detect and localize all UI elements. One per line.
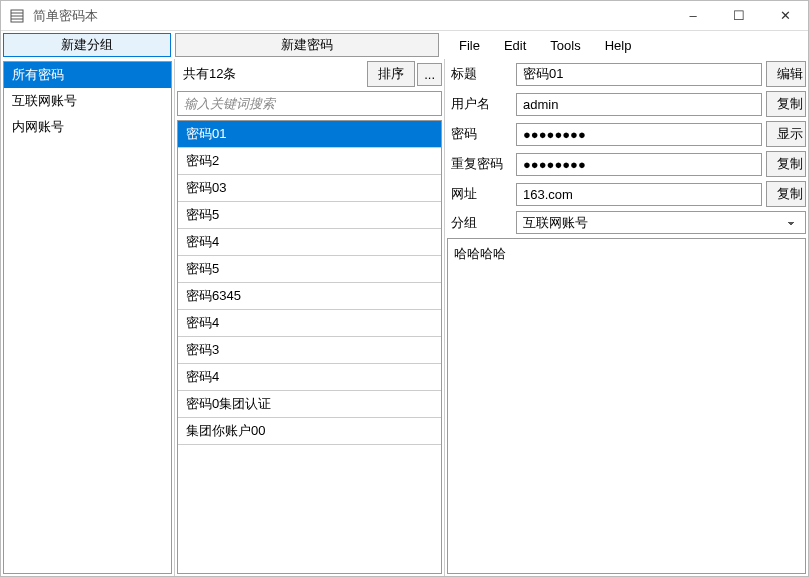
sort-button[interactable]: 排序 xyxy=(367,61,415,87)
edit-button[interactable]: 编辑 xyxy=(766,61,806,87)
notes-area[interactable]: 哈哈哈哈 xyxy=(447,238,806,574)
label-url: 网址 xyxy=(447,185,512,203)
password-item[interactable]: 密码4 xyxy=(178,229,441,256)
search-input[interactable] xyxy=(177,91,442,116)
new-password-button[interactable]: 新建密码 xyxy=(175,33,439,57)
password-item[interactable]: 集团你账户00 xyxy=(178,418,441,445)
main-area: 所有密码互联网账号内网账号 共有12条 排序 ... 密码01密码2密码03密码… xyxy=(1,59,808,576)
password-item[interactable]: 密码3 xyxy=(178,337,441,364)
group-item[interactable]: 互联网账号 xyxy=(4,88,171,114)
row-repeat: 重复密码 复制 xyxy=(447,151,806,177)
maximize-button[interactable]: ☐ xyxy=(716,1,762,31)
copy-url-button[interactable]: 复制 xyxy=(766,181,806,207)
password-item[interactable]: 密码03 xyxy=(178,175,441,202)
app-icon xyxy=(9,8,25,24)
repeat-password-field[interactable] xyxy=(516,153,762,176)
password-item[interactable]: 密码4 xyxy=(178,310,441,337)
search-box xyxy=(177,91,442,116)
row-user: 用户名 复制 xyxy=(447,91,806,117)
group-item[interactable]: 内网账号 xyxy=(4,114,171,140)
copy-password-button[interactable]: 复制 xyxy=(766,151,806,177)
label-repeat: 重复密码 xyxy=(447,155,512,173)
label-user: 用户名 xyxy=(447,95,512,113)
show-password-button[interactable]: 显示 xyxy=(766,121,806,147)
copy-user-button[interactable]: 复制 xyxy=(766,91,806,117)
close-button[interactable]: ✕ xyxy=(762,1,808,31)
user-field[interactable] xyxy=(516,93,762,116)
group-item[interactable]: 所有密码 xyxy=(4,62,171,88)
passwords-column: 共有12条 排序 ... 密码01密码2密码03密码5密码4密码5密码6345密… xyxy=(175,59,445,576)
toolbar: 新建分组 新建密码 File Edit Tools Help xyxy=(1,31,808,59)
menu-tools[interactable]: Tools xyxy=(538,31,592,59)
label-password: 密码 xyxy=(447,125,512,143)
label-group: 分组 xyxy=(447,214,512,232)
title-field[interactable] xyxy=(516,63,762,86)
label-title: 标题 xyxy=(447,65,512,83)
password-item[interactable]: 密码5 xyxy=(178,256,441,283)
password-item[interactable]: 密码6345 xyxy=(178,283,441,310)
detail-column: 标题 编辑 用户名 复制 密码 显示 重复密码 复制 网址 复制 分组 互联网账… xyxy=(445,59,808,576)
row-title: 标题 编辑 xyxy=(447,61,806,87)
password-list[interactable]: 密码01密码2密码03密码5密码4密码5密码6345密码4密码3密码4密码0集团… xyxy=(177,120,442,574)
row-url: 网址 复制 xyxy=(447,181,806,207)
group-select[interactable]: 互联网账号 xyxy=(516,211,806,234)
menu-help[interactable]: Help xyxy=(593,31,644,59)
titlebar: 简单密码本 – ☐ ✕ xyxy=(1,1,808,31)
new-group-button[interactable]: 新建分组 xyxy=(3,33,171,57)
menu-file[interactable]: File xyxy=(447,31,492,59)
count-row: 共有12条 排序 ... xyxy=(177,61,442,87)
password-item[interactable]: 密码0集团认证 xyxy=(178,391,441,418)
item-count: 共有12条 xyxy=(177,61,365,87)
window-title: 简单密码本 xyxy=(31,7,670,25)
more-button[interactable]: ... xyxy=(417,63,442,86)
row-group: 分组 互联网账号 xyxy=(447,211,806,234)
minimize-button[interactable]: – xyxy=(670,1,716,31)
group-list[interactable]: 所有密码互联网账号内网账号 xyxy=(3,61,172,574)
password-item[interactable]: 密码2 xyxy=(178,148,441,175)
url-field[interactable] xyxy=(516,183,762,206)
password-field[interactable] xyxy=(516,123,762,146)
password-item[interactable]: 密码4 xyxy=(178,364,441,391)
menu-edit[interactable]: Edit xyxy=(492,31,538,59)
groups-column: 所有密码互联网账号内网账号 xyxy=(1,59,175,576)
row-password: 密码 显示 xyxy=(447,121,806,147)
password-item[interactable]: 密码01 xyxy=(178,121,441,148)
password-item[interactable]: 密码5 xyxy=(178,202,441,229)
